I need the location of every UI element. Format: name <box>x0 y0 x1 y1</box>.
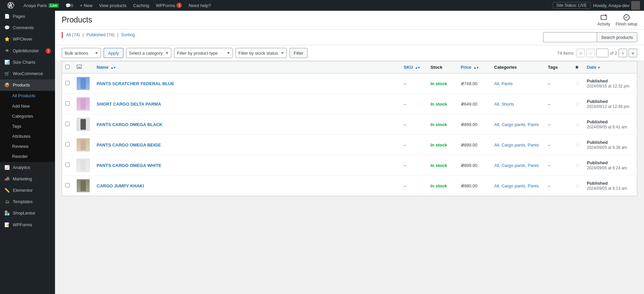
prev-page-button[interactable]: ‹ <box>586 49 595 57</box>
of-text: of 2 <box>610 51 617 56</box>
row-image-cell <box>73 114 93 135</box>
sidebar-item-comments[interactable]: 💬 Comments <box>0 22 55 34</box>
activity-button[interactable]: Activity <box>597 14 610 26</box>
product-name-link[interactable]: CARGO JUMPY KHAKI <box>97 183 144 188</box>
th-date[interactable]: Date ▾ <box>584 61 637 73</box>
sidebar-item-products[interactable]: 📦 Products <box>0 79 55 91</box>
search-input[interactable] <box>543 32 597 42</box>
sidebar-item-optinmonster[interactable]: 👁 OptinMonster 1 <box>0 45 55 57</box>
submenu-all-products[interactable]: All Products <box>0 91 55 101</box>
stock-status: In stock <box>431 163 447 168</box>
sidebar-item-wpforms[interactable]: 📝 WPForms <box>0 219 55 231</box>
page-input[interactable]: 1 <box>596 49 608 57</box>
featured-star[interactable]: ☆ <box>575 141 580 148</box>
stock-status: In stock <box>431 102 447 107</box>
row-featured-cell: ☆ <box>572 135 584 155</box>
admin-bar-caching[interactable]: Caching <box>130 0 153 11</box>
product-name-link[interactable]: PANTS CARGO OMEGA BEIGE <box>97 142 161 148</box>
first-page-button[interactable]: « <box>576 49 585 57</box>
row-categories-cell: All, Pants <box>491 73 545 94</box>
row-checkbox[interactable] <box>65 183 70 187</box>
th-image <box>73 61 93 73</box>
sidebar-item-size-charts[interactable]: 📊 Size Charts <box>0 57 55 68</box>
submenu-reviews[interactable]: Reviews <box>0 141 55 152</box>
sidebar-item-wpclever[interactable]: ⭐ WPClever <box>0 34 55 45</box>
sidebar-item-elementor[interactable]: ✏️ Elementor <box>0 185 55 196</box>
wp-logo[interactable] <box>4 0 17 11</box>
categories-link[interactable]: All, Cargo pants, Pants <box>494 183 539 188</box>
admin-bar-view-products[interactable]: View products <box>96 0 130 11</box>
row-categories-cell: All, Cargo pants, Pants <box>491 176 545 196</box>
sidebar-item-label-analytics: Analytics <box>13 165 30 171</box>
product-name-link[interactable]: PANTS CARGO OMEGA WHITE <box>97 163 161 168</box>
admin-bar-new[interactable]: + New <box>76 0 96 11</box>
site-status-button[interactable]: Site Status: LIVE <box>553 2 591 9</box>
sidebar-item-marketing[interactable]: 📣 Marketing <box>0 173 55 185</box>
price-value: ₴649.00 <box>461 102 478 107</box>
admin-bar-help[interactable]: Need help? <box>185 0 214 11</box>
submenu-categories[interactable]: Categories <box>0 111 55 121</box>
filter-button[interactable]: Filter <box>289 48 308 58</box>
row-price-cell: ₴899.00 <box>458 114 491 135</box>
product-name-link[interactable]: SHORT CARGO DELTA PARMA <box>97 102 161 107</box>
published-label: Published <box>587 99 608 104</box>
finish-setup-button[interactable]: Finish setup <box>615 14 637 26</box>
finish-setup-label: Finish setup <box>615 22 637 26</box>
submenu-tags[interactable]: Tags <box>0 121 55 131</box>
th-name[interactable]: Name ▲▾ <box>93 61 400 73</box>
sidebar-item-analytics[interactable]: 📈 Analytics <box>0 162 55 173</box>
submenu-reorder[interactable]: Reorder <box>0 152 55 162</box>
live-badge: Live <box>49 3 59 8</box>
select-all-checkbox[interactable] <box>65 65 70 69</box>
th-price[interactable]: Price ▲▾ <box>458 61 491 73</box>
admin-bar-wpforms[interactable]: WPForms 3 <box>153 0 185 11</box>
last-page-button[interactable]: » <box>629 49 637 57</box>
product-name-link[interactable]: PANTS SCRATCHER FEDERAL BLUE <box>97 81 174 86</box>
bulk-actions-select[interactable]: Bulk actions Edit Move to Trash <box>62 48 101 58</box>
row-image-cell <box>73 155 93 176</box>
stock-status-filter-select[interactable]: Filter by stock status In stock Out of s… <box>235 48 287 58</box>
row-checkbox[interactable] <box>65 81 70 85</box>
category-filter-select[interactable]: Select a category <box>126 48 171 58</box>
search-button[interactable]: Search products <box>597 32 637 42</box>
product-type-filter-select[interactable]: Filter by product type Simple product Va… <box>174 48 233 58</box>
sidebar-item-pages[interactable]: 📄 Pages <box>0 11 55 22</box>
apply-button[interactable]: Apply <box>104 48 123 58</box>
categories-link[interactable]: All, Cargo pants, Pants <box>494 122 539 127</box>
next-page-button[interactable]: › <box>619 49 627 57</box>
admin-bar-site-name[interactable]: Anaya Paris Live <box>20 0 62 11</box>
row-checkbox[interactable] <box>65 101 70 106</box>
submenu-attributes[interactable]: Attributes <box>0 131 55 141</box>
categories-link[interactable]: All, Pants <box>494 81 513 86</box>
tab-all[interactable]: All (74) <box>66 32 80 38</box>
categories-link[interactable]: All, Cargo pants, Pants <box>494 142 539 148</box>
tab-published[interactable]: Published (74) <box>87 32 115 38</box>
sidebar-item-shoplentor[interactable]: 🏪 ShopLentor <box>0 208 55 219</box>
featured-star[interactable]: ☆ <box>575 182 580 189</box>
sidebar-item-templates[interactable]: 🗂 Templates <box>0 196 55 208</box>
featured-star[interactable]: ☆ <box>575 121 580 128</box>
row-name-cell: SHORT CARGO DELTA PARMA <box>93 94 400 114</box>
submenu-add-new[interactable]: Add New <box>0 101 55 111</box>
th-sku[interactable]: SKU ▲▾ <box>400 61 427 73</box>
categories-link[interactable]: All, Shorts <box>494 102 514 107</box>
sidebar-item-woocommerce[interactable]: 🛒 WooCommerce <box>0 68 55 79</box>
row-checkbox-cell <box>62 114 73 135</box>
categories-link[interactable]: All, Cargo pants, Pants <box>494 163 539 168</box>
row-featured-cell: ☆ <box>572 94 584 114</box>
featured-star[interactable]: ☆ <box>575 80 580 87</box>
row-sku-cell: – <box>400 176 427 196</box>
product-name-link[interactable]: PANTS CARGO OMEGA BLACK <box>97 122 162 127</box>
row-image-cell <box>73 94 93 114</box>
featured-star[interactable]: ☆ <box>575 101 580 107</box>
admin-bar-comments[interactable]: 💬 0 <box>62 0 76 11</box>
filter-tab-highlight <box>62 32 63 38</box>
tab-sorting[interactable]: Sorting <box>121 32 135 38</box>
table-row: CARGO JUMPY KHAKI – In stock ₴980.00 All… <box>62 176 637 196</box>
featured-star[interactable]: ☆ <box>575 162 580 169</box>
row-checkbox[interactable] <box>65 122 70 126</box>
row-checkbox[interactable] <box>65 163 70 167</box>
sidebar-item-label-wpclever: WPClever <box>13 36 33 42</box>
products-tbody: PANTS SCRATCHER FEDERAL BLUE – In stock … <box>62 73 637 196</box>
row-checkbox[interactable] <box>65 142 70 146</box>
